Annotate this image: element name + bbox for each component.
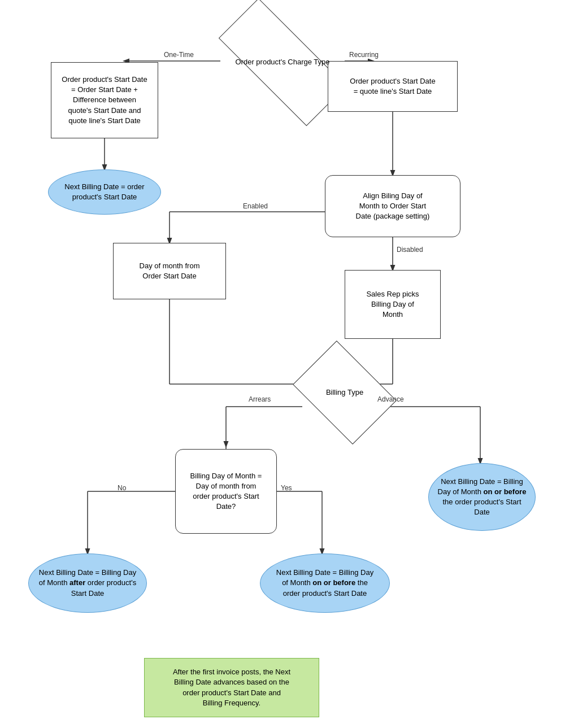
next-billing-advance-text: Next Billing Date = BillingDay of Month … <box>438 477 527 518</box>
one-time-start-date-text: Order product's Start Date= Order Start … <box>62 75 147 126</box>
advance-label: Advance <box>377 395 404 403</box>
sales-rep-text: Sales Rep picksBilling Day ofMonth <box>366 289 419 320</box>
billing-type-label: Billing Type <box>324 385 366 400</box>
yes-label: Yes <box>281 484 292 492</box>
next-billing-on-or-before-text: Next Billing Date = Billing Dayof Month … <box>276 568 373 599</box>
charge-type-label: Order product's Charge Type <box>233 55 332 69</box>
footer-green-box: After the first invoice posts, the NextB… <box>144 658 319 717</box>
align-billing-text: Align Biling Day ofMonth to Order StartD… <box>356 191 430 222</box>
charge-type-diamond: Order product's Charge Type <box>220 34 345 90</box>
one-time-start-date-box: Order product's Start Date= Order Start … <box>51 62 158 138</box>
sales-rep-box: Sales Rep picksBilling Day ofMonth <box>345 270 441 339</box>
flowchart-diagram: Order product's Charge Type One-Time Rec… <box>0 0 565 728</box>
billing-type-diamond: Billing Type <box>302 361 387 424</box>
next-billing-advance-oval: Next Billing Date = BillingDay of Month … <box>428 463 536 531</box>
no-label: No <box>118 484 126 492</box>
recurring-start-date-text: Order product's Start Date= quote line's… <box>350 76 435 97</box>
day-of-month-box: Day of month fromOrder Start Date <box>113 243 226 299</box>
billing-day-question-text: Billing Day of Month =Day of month fromo… <box>190 471 262 512</box>
next-billing-after-oval: Next Billing Date = Billing Dayof Month … <box>28 553 147 613</box>
recurring-start-date-box: Order product's Start Date= quote line's… <box>328 61 458 112</box>
disabled-label: Disabled <box>397 246 423 254</box>
arrears-label: Arrears <box>249 395 271 403</box>
next-billing-onetime-text: Next Billing Date = orderproduct's Start… <box>64 182 144 202</box>
one-time-label: One-Time <box>164 51 194 59</box>
footer-text: After the first invoice posts, the NextB… <box>173 667 290 708</box>
billing-day-question-box: Billing Day of Month =Day of month fromo… <box>175 449 277 534</box>
enabled-label: Enabled <box>243 202 268 210</box>
next-billing-after-text: Next Billing Date = Billing Dayof Month … <box>39 568 136 599</box>
day-of-month-text: Day of month fromOrder Start Date <box>140 261 200 281</box>
next-billing-on-or-before-oval: Next Billing Date = Billing Dayof Month … <box>260 553 390 613</box>
recurring-label: Recurring <box>349 51 379 59</box>
next-billing-onetime-oval: Next Billing Date = orderproduct's Start… <box>48 169 161 215</box>
align-billing-rounded-box: Align Biling Day ofMonth to Order StartD… <box>325 175 460 237</box>
